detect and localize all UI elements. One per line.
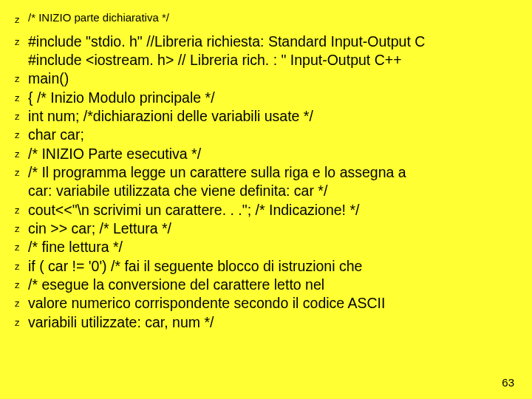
code-line: z #include "stdio. h" //Libreria richies… (15, 33, 519, 51)
bullet-icon: z (15, 313, 28, 330)
code-line: z /* INIZIO Parte esecutiva */ (15, 145, 519, 163)
bullet-icon: z (15, 107, 28, 123)
code-text: /* INIZIO Parte esecutiva */ (28, 145, 519, 163)
code-text: /* fine lettura */ (28, 238, 519, 256)
bullet-icon: z (15, 276, 28, 292)
bullet-icon: z (15, 126, 28, 142)
code-line: z variabili utilizzate: car, num */ (15, 313, 519, 332)
spacer (15, 27, 519, 33)
page-number: 63 (502, 376, 514, 389)
bullet-icon: z (15, 219, 28, 236)
bullet-icon: z (15, 89, 28, 105)
code-text: #include "stdio. h" //Libreria richiesta… (28, 33, 519, 51)
code-text: int num; /*dichiarazioni delle variabili… (28, 107, 519, 126)
bullet-icon: z (15, 201, 28, 217)
code-line: z /* INIZIO parte dichiarativa */ (15, 10, 519, 27)
code-line: z cout<<"\n scrivimi un carattere. . .";… (15, 201, 519, 219)
code-text: cin >> car; /* Lettura */ (28, 219, 519, 238)
code-text: variabili utilizzate: car, num */ (28, 313, 519, 332)
code-text: valore numerico corrispondente secondo i… (28, 294, 519, 313)
code-line: z cin >> car; /* Lettura */ (15, 219, 519, 238)
code-line: z char car; (15, 126, 519, 144)
code-text: /* esegue la conversione del carattere l… (28, 276, 519, 294)
bullet-icon: z (15, 69, 28, 86)
code-line: z /* Il programma legge un carattere sul… (15, 163, 519, 182)
code-line: z { /* Inizio Modulo principale */ (15, 89, 519, 107)
slide-container: z /* INIZIO parte dichiarativa */ z #inc… (0, 0, 532, 399)
code-text: char car; (28, 126, 519, 144)
code-text-continuation: car: variabile utilizzata che viene defi… (15, 182, 519, 200)
code-text: /* INIZIO parte dichiarativa */ (28, 10, 519, 25)
code-line: z main() (15, 69, 519, 88)
code-line: z /* esegue la conversione del carattere… (15, 276, 519, 294)
code-text: cout<<"\n scrivimi un carattere. . ."; /… (28, 201, 519, 219)
code-text-continuation: #include <iostream. h> // Libreria rich.… (15, 51, 519, 69)
code-text: { /* Inizio Modulo principale */ (28, 89, 519, 107)
code-line: z /* fine lettura */ (15, 238, 519, 256)
code-text: if ( car != '0') /* fai il seguente bloc… (28, 257, 519, 276)
bullet-icon: z (15, 10, 28, 27)
bullet-icon: z (15, 33, 28, 49)
bullet-icon: z (15, 238, 28, 254)
code-text: main() (28, 69, 519, 88)
bullet-icon: z (15, 145, 28, 161)
code-line: z if ( car != '0') /* fai il seguente bl… (15, 257, 519, 276)
bullet-icon: z (15, 257, 28, 273)
code-text: /* Il programma legge un carattere sulla… (28, 163, 519, 182)
bullet-icon: z (15, 163, 28, 180)
code-line: z int num; /*dichiarazioni delle variabi… (15, 107, 519, 126)
code-line: z valore numerico corrispondente secondo… (15, 294, 519, 313)
bullet-icon: z (15, 294, 28, 310)
